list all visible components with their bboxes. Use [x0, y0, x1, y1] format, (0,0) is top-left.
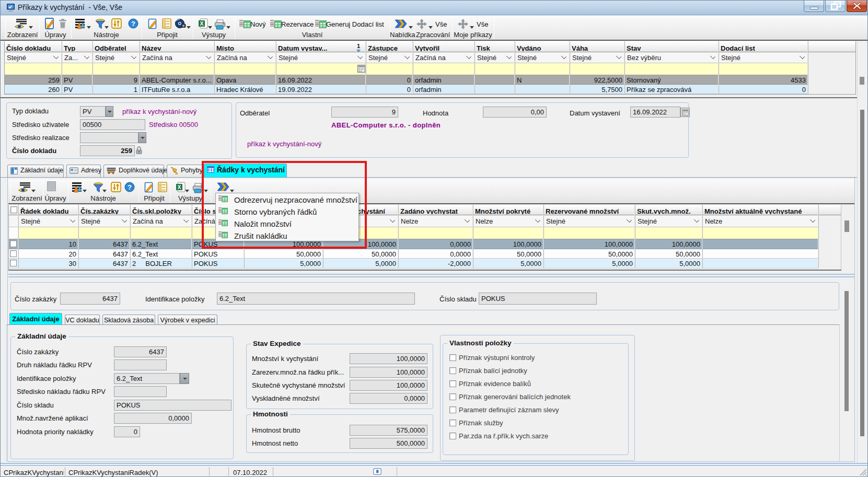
svg-text:?: ? — [128, 183, 132, 191]
svg-text:X: X — [200, 20, 203, 27]
svg-text:X: X — [177, 184, 181, 190]
svg-text:?: ? — [131, 20, 135, 28]
